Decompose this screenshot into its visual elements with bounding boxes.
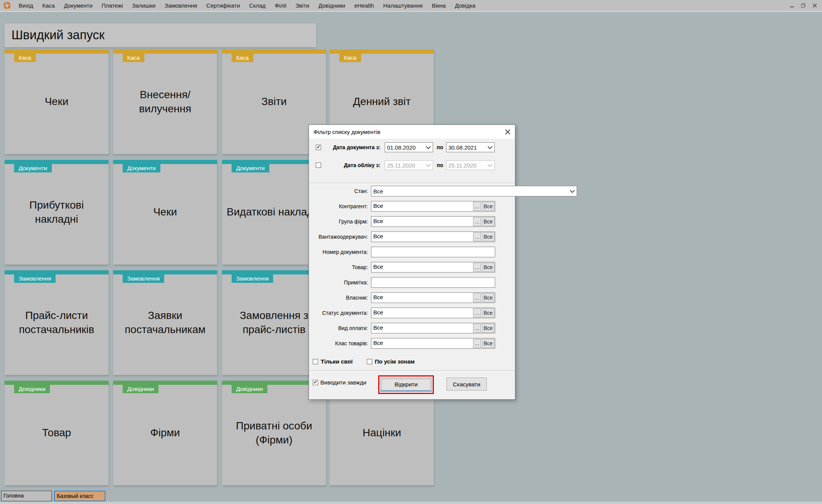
doc-number-input[interactable] xyxy=(371,247,495,257)
tile-label: Прайс-листи постачальників xyxy=(5,270,109,375)
ellipsis-button[interactable]: … xyxy=(473,308,481,317)
tile-label: Чеки xyxy=(5,49,109,154)
menu-sklad[interactable]: Склад xyxy=(245,0,270,11)
menu-bar: Вихід Каса Документи Платежі Залишки Зам… xyxy=(0,0,822,12)
menu-vykhid[interactable]: Вихід xyxy=(14,0,38,11)
doc-date-from-value: 01.08.2020 xyxy=(387,144,416,151)
restore-icon[interactable] xyxy=(801,3,805,8)
acc-date-to-combo[interactable]: 25.11.2020 xyxy=(446,160,495,170)
all-button[interactable]: Все xyxy=(482,263,494,272)
tab-holovna[interactable]: Головна xyxy=(1,491,52,501)
doc-status-label: Статус документа: xyxy=(309,308,368,318)
acc-date-conj: по xyxy=(435,160,445,170)
tile-ord-price-lists[interactable]: Замовлення Прайс-листи постачальників xyxy=(5,270,109,375)
counterparty-lookup: Все … Все xyxy=(371,201,495,212)
ellipsis-button[interactable]: … xyxy=(473,263,481,272)
tile-dir-firmy[interactable]: Довідники Фірми xyxy=(113,381,217,485)
consignee-lookup: Все … Все xyxy=(371,231,495,242)
all-button[interactable]: Все xyxy=(482,202,494,211)
dialog-titlebar: Фільтр списку документів xyxy=(309,125,515,139)
firm-group-lookup: Все … Все xyxy=(371,216,495,227)
tile-dir-tovar[interactable]: Довідники Товар xyxy=(5,381,109,485)
ellipsis-button[interactable]: … xyxy=(473,217,481,226)
note-input[interactable] xyxy=(371,277,495,288)
chevron-down-icon xyxy=(426,162,431,167)
all-zones-checkbox[interactable] xyxy=(367,359,372,364)
minimize-icon[interactable] xyxy=(790,6,794,7)
only-own-label: Тільки свої xyxy=(321,358,353,365)
tile-ord-zaiavky[interactable]: Замовлення Заявки постачальникам xyxy=(113,270,217,375)
menu-vikna[interactable]: Вікна xyxy=(427,0,451,11)
menu-sertyfikaty[interactable]: Сертифікати xyxy=(202,0,245,11)
dialog-close-icon[interactable] xyxy=(505,129,510,134)
payment-type-lookup: Все … Все xyxy=(371,323,495,333)
product-value[interactable]: Все xyxy=(372,263,472,272)
doc-status-lookup: Все … Все xyxy=(371,308,495,318)
ellipsis-button[interactable]: … xyxy=(473,293,481,302)
menu-nalashtuvannia[interactable]: Налаштування xyxy=(379,0,427,11)
doc-date-from-combo[interactable]: 01.08.2020 xyxy=(385,142,433,152)
menu-ehealth[interactable]: eHealth xyxy=(350,0,379,11)
tile-label: Внесення/вилучення xyxy=(113,49,217,154)
ellipsis-button[interactable]: … xyxy=(473,324,481,333)
acc-date-from-value: 25.11.2020 xyxy=(387,162,415,169)
product-lookup: Все … Все xyxy=(371,262,495,273)
firm-group-label: Група фірм: xyxy=(309,216,368,227)
menu-zvity[interactable]: Звіти xyxy=(291,0,314,11)
tile-doc-prybutkovi[interactable]: Документи Прибуткові накладні xyxy=(5,160,109,265)
menu-dokumenty[interactable]: Документи xyxy=(59,0,97,11)
tile-label: Товар xyxy=(5,381,109,485)
menu-filii[interactable]: Філії xyxy=(270,0,291,11)
tile-kasa-vnesennia[interactable]: Каса Внесення/вилучення xyxy=(113,49,217,154)
separator xyxy=(309,183,515,184)
open-button[interactable]: Відкрити xyxy=(380,378,432,392)
owner-value[interactable]: Все xyxy=(372,293,472,302)
menu-kasa[interactable]: Каса xyxy=(38,0,59,11)
consignee-value[interactable]: Все xyxy=(372,232,472,241)
chevron-down-icon xyxy=(488,162,493,167)
acc-date-from-combo[interactable]: 25.11.2020 xyxy=(385,160,433,170)
all-button[interactable]: Все xyxy=(482,232,494,241)
owner-label: Власник: xyxy=(309,292,368,303)
all-zones-label: По усім зонам xyxy=(375,358,415,365)
close-icon[interactable] xyxy=(812,3,817,8)
state-combo[interactable]: Все xyxy=(371,186,577,196)
all-button[interactable]: Все xyxy=(482,339,494,348)
menu-platezhi[interactable]: Платежі xyxy=(97,0,128,11)
all-button[interactable]: Все xyxy=(482,324,494,333)
firm-group-value[interactable]: Все xyxy=(372,217,472,226)
only-own-checkbox[interactable] xyxy=(313,359,318,364)
payment-type-value[interactable]: Все xyxy=(372,324,472,333)
all-button[interactable]: Все xyxy=(482,293,494,302)
menu-dovidnyky[interactable]: Довідники xyxy=(314,0,350,11)
counterparty-value[interactable]: Все xyxy=(372,202,472,211)
note-label: Примітка: xyxy=(309,277,368,288)
menu-zalyshky[interactable]: Залишки xyxy=(128,0,160,11)
tile-doc-cheky[interactable]: Документи Чеки xyxy=(113,160,217,265)
product-class-value[interactable]: Все xyxy=(372,339,472,348)
menu-dovidka[interactable]: Довідка xyxy=(450,0,480,11)
tile-label: Прибуткові накладні xyxy=(5,160,109,265)
always-show-checkbox[interactable] xyxy=(313,380,318,385)
product-class-lookup: Все … Все xyxy=(371,338,495,349)
product-label: Товар: xyxy=(309,262,368,273)
acc-date-checkbox[interactable] xyxy=(316,163,321,168)
doc-date-checkbox[interactable] xyxy=(316,145,321,150)
acc-date-label: Дата обліку з: xyxy=(324,160,381,170)
all-button[interactable]: Все xyxy=(482,217,494,226)
doc-status-value[interactable]: Все xyxy=(372,308,472,317)
tile-kasa-cheky[interactable]: Каса Чеки xyxy=(5,49,109,154)
product-class-label: Клас товарів: xyxy=(309,338,368,349)
state-value: Все xyxy=(373,188,383,195)
separator xyxy=(309,370,515,372)
consignee-label: Вантажоодержувач: xyxy=(309,231,368,242)
all-button[interactable]: Все xyxy=(482,308,494,317)
cancel-button[interactable]: Скасувати xyxy=(446,378,487,391)
payment-type-label: Вид оплати: xyxy=(309,323,368,333)
menu-zamovlennia[interactable]: Замовлення xyxy=(160,0,202,11)
ellipsis-button[interactable]: … xyxy=(473,339,481,348)
tab-bazovyi-klass[interactable]: Базовый класс xyxy=(54,491,106,501)
ellipsis-button[interactable]: … xyxy=(473,202,481,211)
doc-date-to-combo[interactable]: 30.08.2021 xyxy=(446,142,495,152)
ellipsis-button[interactable]: … xyxy=(473,232,481,241)
